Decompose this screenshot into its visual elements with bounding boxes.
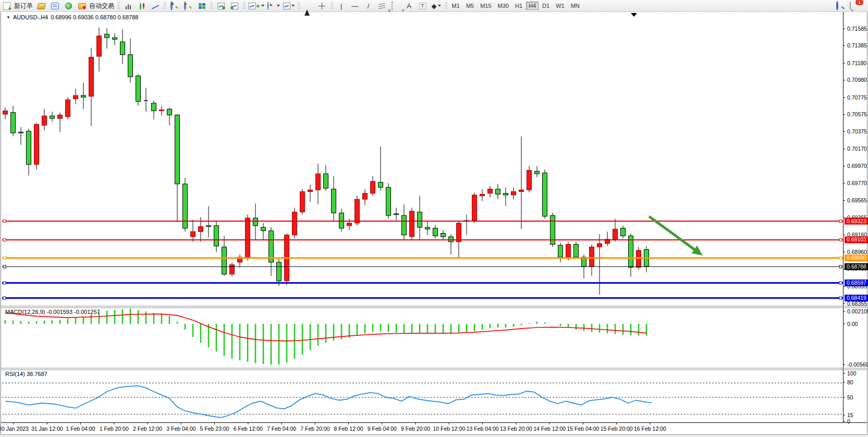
candle-down [449, 237, 454, 242]
add-indicator-button[interactable]: + [247, 1, 266, 11]
tf-m30[interactable]: M30 [495, 2, 511, 10]
chevron-down-icon [277, 5, 280, 7]
tf-h4[interactable]: H4 [526, 2, 539, 10]
tf-m1[interactable]: M1 [449, 2, 462, 10]
search-button[interactable] [834, 1, 847, 11]
auto-trading-label[interactable]: 自动交易 [89, 2, 116, 10]
candle-down [496, 189, 500, 195]
candle-down [81, 95, 86, 97]
line-chart-button[interactable] [149, 1, 162, 11]
candlestick-chart-button[interactable] [135, 1, 149, 11]
horizontal-line-button[interactable]: — [348, 1, 362, 11]
candle-up [199, 226, 203, 232]
auto-trading-button[interactable] [75, 1, 89, 11]
channel-button[interactable]: F [389, 1, 402, 11]
candle-down [222, 247, 227, 274]
candle-down [425, 227, 430, 229]
search-icon [836, 1, 838, 10]
chart-canvas[interactable]: 0.715850.713850.711800.709800.707750.705… [0, 0, 868, 437]
profiles-button[interactable] [34, 1, 48, 11]
chat-button[interactable]: 1 [847, 1, 861, 11]
level-price-badge-text: 0.68788 [847, 263, 866, 270]
bar-chart-button[interactable] [121, 1, 135, 11]
candle-up [488, 189, 493, 193]
tf-w1[interactable]: W1 [553, 2, 567, 10]
candle-up [89, 57, 94, 96]
trendline-button[interactable]: / [362, 1, 375, 11]
time-tick-label: 9 Feb 20:00 [401, 426, 430, 432]
candle-up [308, 190, 313, 191]
time-tick-label: 13 Feb 20:00 [500, 426, 532, 432]
time-tick-label: 8 Feb 12:00 [334, 426, 363, 432]
toolbar-grip [210, 2, 213, 9]
navigator-button[interactable] [62, 1, 75, 11]
candle-up [74, 95, 78, 99]
chart-shift-icon [231, 3, 238, 9]
line-anchor-handle[interactable] [3, 297, 6, 299]
chart-shift-button[interactable] [228, 1, 241, 11]
candle-down [113, 38, 117, 39]
periods-icon [267, 2, 268, 10]
line-anchor-handle[interactable] [839, 297, 842, 299]
tf-mn[interactable]: MN [568, 2, 582, 10]
time-tick-label: 7 Feb 20:00 [300, 426, 329, 432]
chevron-down-icon[interactable]: ▼ [6, 15, 10, 20]
crosshair-button[interactable] [315, 1, 329, 11]
line-anchor-handle[interactable] [839, 220, 842, 223]
notification-badge: 1 [855, 0, 864, 6]
candle-up [3, 111, 8, 114]
line-anchor-handle[interactable] [3, 282, 6, 284]
candle-down [253, 218, 258, 226]
chart-title-bar: ▼ AUDUSD-,H4 0.68996 0.69036 0.68780 0.6… [6, 14, 138, 20]
market-watch-button[interactable] [48, 1, 62, 11]
new-order-button[interactable] [0, 1, 14, 11]
macd-axis-label: 0.002109 [847, 308, 868, 314]
price-tick-label: 0.71385 [847, 42, 867, 48]
periods-button[interactable] [266, 1, 282, 11]
candle-down [504, 193, 508, 195]
tf-m5[interactable]: M5 [463, 2, 476, 10]
time-tick-label: 16 Feb 12:00 [634, 426, 666, 432]
rsi-axis-label: 50 [847, 394, 853, 400]
macd-indicator-label: MACD(12,26,9) -0.001593 -0.001257 [5, 309, 100, 315]
line-anchor-handle[interactable] [839, 265, 842, 268]
line-anchor-handle[interactable] [839, 257, 842, 259]
zoom-in-icon [170, 1, 173, 10]
candle-up [292, 212, 297, 235]
tf-d1[interactable]: D1 [540, 2, 552, 10]
vertical-line-button[interactable]: | [335, 1, 348, 11]
line-anchor-handle[interactable] [3, 265, 6, 268]
time-tick-label: 31 Jan 12:00 [31, 426, 63, 432]
candle-down [332, 189, 336, 213]
rsi-indicator-label: RSI(14) 38.7687 [5, 371, 47, 377]
candle-down [27, 131, 31, 165]
text-label-button[interactable]: T [416, 1, 430, 11]
line-anchor-handle[interactable] [839, 282, 842, 284]
candle-down [441, 233, 446, 237]
auto-scroll-button[interactable] [214, 1, 228, 11]
candle-up [316, 174, 321, 190]
candle-down [629, 236, 633, 267]
line-anchor-handle[interactable] [3, 220, 6, 223]
zoom-out-button[interactable] [181, 1, 195, 11]
candle-up [637, 250, 641, 268]
templates-button[interactable] [282, 1, 296, 11]
shapes-button[interactable]: ◆ [430, 1, 443, 11]
candle-up [566, 245, 571, 257]
tf-m15[interactable]: M15 [478, 2, 494, 10]
text-button[interactable]: A [402, 1, 416, 11]
candle-down [136, 76, 141, 102]
tile-windows-button[interactable] [195, 1, 209, 11]
price-tick-label: 0.69565 [847, 197, 867, 203]
line-anchor-handle[interactable] [3, 257, 6, 259]
fibonacci-button[interactable]: E [375, 1, 389, 11]
new-order-label[interactable]: 新订单 [14, 2, 34, 10]
zoom-in-button[interactable] [168, 1, 181, 11]
candle-down [433, 228, 438, 236]
price-tick-label: 0.69770 [847, 180, 867, 186]
line-anchor-handle[interactable] [3, 238, 6, 241]
candle-down [621, 228, 626, 236]
line-anchor-handle[interactable] [839, 238, 842, 241]
cursor-button[interactable] [302, 1, 315, 11]
tf-h1[interactable]: H1 [512, 2, 525, 10]
